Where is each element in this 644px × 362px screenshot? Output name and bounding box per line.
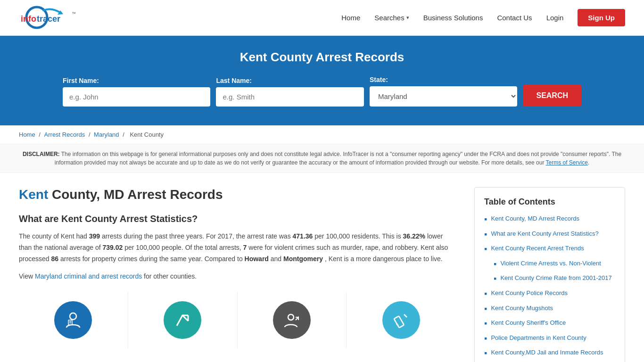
toc-link[interactable]: Kent County Crime Rate from 2001-2017 xyxy=(500,274,611,282)
stats-text2: arrests during the past three years. For… xyxy=(102,232,291,240)
toc-link[interactable]: Kent County Recent Arrest Trends xyxy=(491,244,584,253)
stats-num6: 86 xyxy=(51,255,58,263)
toc-item: ▪ Kent County, MD Arrest Records xyxy=(484,214,615,225)
search-button[interactable]: SEARCH xyxy=(523,85,581,107)
stats-text7: arrests for property crimes during the s… xyxy=(60,255,243,263)
toc-item: ▪ Kent County Mugshots xyxy=(484,304,615,314)
stats-num4: 739.02 xyxy=(102,244,123,251)
first-name-label: First Name: xyxy=(63,77,99,84)
stats-heading: What are Kent County Arrest Statistics? xyxy=(19,214,455,224)
first-name-group: First Name: xyxy=(63,77,210,107)
stats-text8: and xyxy=(271,255,281,263)
state-group: State: AlabamaAlaskaArizonaArkansasCalif… xyxy=(370,76,517,107)
svg-point-5 xyxy=(70,313,76,320)
icon-cell-1 xyxy=(19,292,128,348)
stats-paragraph: The county of Kent had 399 arrests durin… xyxy=(19,231,455,264)
svg-text:tracer: tracer xyxy=(37,14,60,24)
toc-bullet: ▪ xyxy=(484,214,487,225)
breadcrumb-arrest-records[interactable]: Arrest Records xyxy=(44,131,85,138)
toc-link[interactable]: Violent Crime Arrests vs. Non-Violent xyxy=(500,259,601,268)
last-name-group: Last Name: xyxy=(216,77,363,107)
breadcrumb-home[interactable]: Home xyxy=(19,131,35,138)
toc-title: Table of Contents xyxy=(484,197,615,207)
toc-link[interactable]: Kent County Sheriff's Office xyxy=(491,319,566,327)
disclaimer-text: The information on this webpage is for g… xyxy=(55,151,621,166)
svg-line-14 xyxy=(396,324,398,326)
stats-text3: per 100,000 residents. This is xyxy=(314,232,401,240)
heading-kent: Kent xyxy=(19,187,48,202)
icons-row xyxy=(19,292,455,348)
logo[interactable]: info tracer ™ xyxy=(19,5,99,31)
stats-num5: 7 xyxy=(243,244,247,251)
breadcrumb-kent-county: Kent County xyxy=(130,131,164,138)
site-header: info tracer ™ Home Searches ▾ Business S… xyxy=(0,0,644,36)
toc-item: ▪ Police Departments in Kent County xyxy=(484,334,615,344)
toc-link[interactable]: Kent County Mugshots xyxy=(491,304,553,313)
nav-home[interactable]: Home xyxy=(341,14,360,22)
stats-text1: The county of Kent had xyxy=(19,232,87,240)
nav-contact-us[interactable]: Contact Us xyxy=(497,14,532,22)
toc-bullet: ▪ xyxy=(484,289,487,299)
toc-item: ▪ What are Kent County Arrest Statistics… xyxy=(484,230,615,240)
breadcrumb: Home / Arrest Records / Maryland / Kent … xyxy=(0,125,644,144)
svg-rect-13 xyxy=(394,316,404,328)
login-button[interactable]: Login xyxy=(546,14,564,22)
toc-link[interactable]: What are Kent County Arrest Statistics? xyxy=(491,230,598,238)
maryland-records-link[interactable]: Maryland criminal and arrest records xyxy=(35,272,142,280)
first-name-input[interactable] xyxy=(63,87,210,107)
icon-cell-3 xyxy=(238,292,347,348)
toc-item: ▪ Kent County,MD Jail and Inmate Records xyxy=(484,348,615,359)
icon-person-badge xyxy=(54,301,92,339)
disclaimer-label: DISCLAIMER: xyxy=(23,151,60,157)
stats-bold1: Howard xyxy=(245,255,269,263)
last-name-label: Last Name: xyxy=(216,77,251,84)
nav-searches[interactable]: Searches ▾ xyxy=(374,14,409,22)
toc-bullet: ▪ xyxy=(484,244,487,255)
stats-text5: per 100,000 people. Of the total arrests… xyxy=(124,244,241,251)
icon-cell-2 xyxy=(128,292,238,348)
toc-link[interactable]: Kent County, MD Arrest Records xyxy=(491,214,579,223)
disclaimer-bar: DISCLAIMER: The information on this webp… xyxy=(0,144,644,173)
toc-list: ▪ Kent County, MD Arrest Records ▪ What … xyxy=(484,214,615,362)
signup-button[interactable]: Sign Up xyxy=(578,9,625,26)
toc-bullet: ▪ xyxy=(484,230,487,240)
heading-rest: County, MD Arrest Records xyxy=(48,187,223,202)
view-text: View xyxy=(19,272,33,280)
svg-text:™: ™ xyxy=(72,11,76,16)
toc-item: ▪ Violent Crime Arrests vs. Non-Violent xyxy=(484,259,615,270)
breadcrumb-maryland[interactable]: Maryland xyxy=(94,131,119,138)
hero-title: Kent County Arrest Records xyxy=(19,50,625,65)
icon-person-up xyxy=(273,301,311,339)
state-select[interactable]: AlabamaAlaskaArizonaArkansasCaliforniaCo… xyxy=(370,86,517,107)
article-heading: Kent County, MD Arrest Records xyxy=(19,187,455,202)
toc-link[interactable]: Kent County,MD Jail and Inmate Records xyxy=(491,348,603,357)
svg-text:info: info xyxy=(21,14,36,24)
terms-of-service-link[interactable]: Terms of Service xyxy=(546,159,588,166)
sidebar-toc: Table of Contents ▪ Kent County, MD Arre… xyxy=(474,187,625,362)
stats-num3: 36.22% xyxy=(403,232,425,240)
svg-point-11 xyxy=(288,314,294,320)
search-form: First Name: Last Name: State: AlabamaAla… xyxy=(63,76,581,107)
toc-bullet: ▪ xyxy=(494,259,496,270)
stats-num2: 471.36 xyxy=(293,232,313,240)
main-content: Kent County, MD Arrest Records What are … xyxy=(0,173,644,362)
toc-box: Table of Contents ▪ Kent County, MD Arre… xyxy=(474,187,625,362)
toc-item: ▪ Kent County Recent Arrest Trends xyxy=(484,244,615,255)
toc-link[interactable]: Police Departments in Kent County xyxy=(491,334,586,342)
toc-item: ▪ Kent County Police Records xyxy=(484,289,615,299)
stats-num1: 399 xyxy=(89,232,100,240)
hero-section: Kent County Arrest Records First Name: L… xyxy=(0,36,644,125)
toc-link[interactable]: Kent County Police Records xyxy=(491,289,568,297)
view-text2: for other counties. xyxy=(144,272,197,280)
breadcrumb-sep1: / xyxy=(39,131,42,138)
searches-dropdown-arrow: ▾ xyxy=(406,15,409,21)
toc-item: ▪ Kent County Sheriff's Office xyxy=(484,319,615,329)
icon-cell-4 xyxy=(347,292,455,348)
disclaimer-period: . xyxy=(588,159,589,166)
main-nav: Home Searches ▾ Business Solutions Conta… xyxy=(341,9,625,26)
toc-bullet: ▪ xyxy=(484,334,487,344)
last-name-input[interactable] xyxy=(216,87,363,107)
nav-business-solutions[interactable]: Business Solutions xyxy=(423,14,483,22)
toc-bullet: ▪ xyxy=(484,319,487,329)
breadcrumb-sep3: / xyxy=(123,131,126,138)
